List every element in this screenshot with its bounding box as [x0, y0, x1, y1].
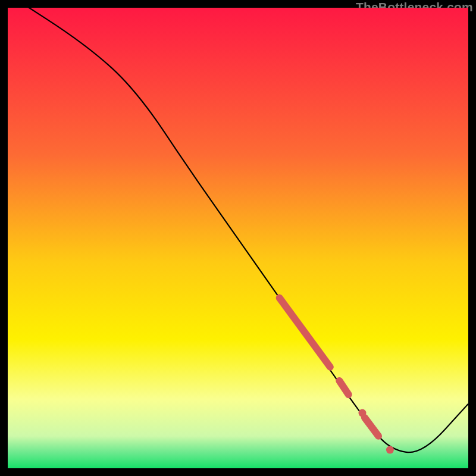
highlight-dot-min	[386, 446, 394, 454]
bottleneck-chart	[8, 8, 468, 468]
chart-frame: TheBottleneck.com	[8, 8, 468, 468]
